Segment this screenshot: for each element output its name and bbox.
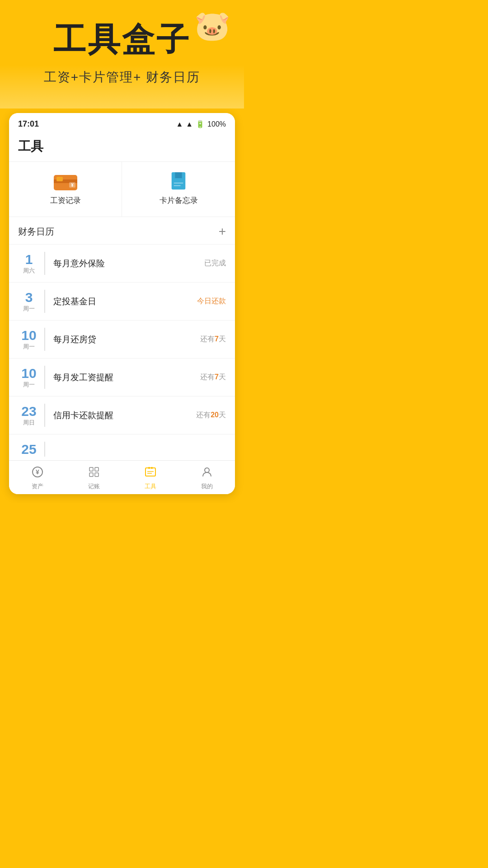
item-name-4: 信用卡还款提醒 bbox=[53, 410, 196, 421]
item-name-0: 每月意外保险 bbox=[53, 258, 204, 269]
date-block-1: 3 周一 bbox=[18, 290, 45, 313]
nav-label-mine: 我的 bbox=[201, 482, 213, 491]
tool-grid: ¥ 工资记录 卡片备忘录 bbox=[9, 162, 235, 217]
status-icons: ▲ ▲ 🔋 100% bbox=[176, 120, 226, 128]
svg-text:¥: ¥ bbox=[71, 183, 74, 188]
nav-item-bookkeeping[interactable]: 记账 bbox=[78, 466, 110, 491]
calendar-item-5-partial: 25 bbox=[9, 434, 235, 460]
svg-rect-13 bbox=[95, 467, 99, 471]
battery-percent: 100% bbox=[207, 120, 226, 128]
nav-icon-assets: ¥ bbox=[32, 466, 43, 481]
calendar-header: 财务日历 + bbox=[9, 217, 235, 244]
svg-rect-14 bbox=[89, 473, 93, 476]
card-memo-icon bbox=[167, 173, 190, 191]
svg-rect-17 bbox=[148, 467, 150, 469]
calendar-item-4[interactable]: 23 周日 信用卡还款提醒 还有20天 bbox=[9, 396, 235, 434]
item-status-4: 还有20天 bbox=[196, 410, 226, 420]
item-status-0: 已完成 bbox=[204, 259, 226, 268]
date-day-3: 周一 bbox=[18, 381, 40, 389]
nav-icon-bookkeeping bbox=[88, 466, 100, 481]
date-num-4: 23 bbox=[18, 404, 40, 419]
date-num-2: 10 bbox=[18, 328, 40, 343]
date-day-0: 周六 bbox=[18, 267, 40, 275]
date-block-4: 23 周日 bbox=[18, 404, 45, 427]
wifi-icon: ▲ bbox=[176, 120, 183, 128]
nav-icon-mine bbox=[201, 466, 213, 481]
item-status-2: 还有7天 bbox=[200, 335, 226, 344]
card-memo-label: 卡片备忘录 bbox=[160, 195, 198, 206]
date-block-0: 1 周六 bbox=[18, 252, 45, 275]
nav-label-tools: 工具 bbox=[145, 482, 156, 491]
item-name-2: 每月还房贷 bbox=[53, 334, 200, 345]
status-bar: 17:01 ▲ ▲ 🔋 100% bbox=[9, 113, 235, 133]
nav-item-mine[interactable]: 我的 bbox=[191, 466, 223, 491]
bottom-nav: ¥ 资产 记账 bbox=[9, 460, 235, 494]
nav-item-assets[interactable]: ¥ 资产 bbox=[22, 466, 53, 491]
nav-label-bookkeeping: 记账 bbox=[88, 482, 100, 491]
battery-icon: 🔋 bbox=[196, 120, 205, 128]
date-num-0: 1 bbox=[18, 252, 40, 267]
calendar-title: 财务日历 bbox=[18, 226, 54, 238]
svg-point-21 bbox=[205, 468, 209, 472]
svg-rect-9 bbox=[174, 185, 181, 186]
svg-rect-6 bbox=[175, 172, 182, 178]
date-num-3: 10 bbox=[18, 366, 40, 381]
status-time: 17:01 bbox=[18, 119, 39, 129]
nav-icon-tools bbox=[145, 466, 156, 481]
date-day-2: 周一 bbox=[18, 343, 40, 351]
svg-text:¥: ¥ bbox=[36, 468, 39, 476]
date-num-1: 3 bbox=[18, 290, 40, 305]
item-status-3: 还有7天 bbox=[200, 373, 226, 382]
svg-rect-12 bbox=[89, 467, 93, 471]
svg-rect-16 bbox=[145, 468, 155, 476]
date-block-2: 10 周一 bbox=[18, 328, 45, 351]
subtitle: 工资+卡片管理+ 财务日历 bbox=[9, 69, 235, 86]
app-title: 工具 bbox=[18, 139, 43, 153]
date-day-4: 周日 bbox=[18, 419, 40, 427]
calendar-section: 财务日历 + 1 周六 每月意外保险 已完成 3 周一 定投基金日 今日还款 1… bbox=[9, 217, 235, 460]
date-block-5: 25 bbox=[18, 442, 45, 457]
date-day-1: 周一 bbox=[18, 305, 40, 313]
tool-item-card[interactable]: 卡片备忘录 bbox=[122, 162, 235, 217]
item-name-1: 定投基金日 bbox=[53, 296, 197, 307]
calendar-item-0[interactable]: 1 周六 每月意外保险 已完成 bbox=[9, 244, 235, 282]
nav-item-tools[interactable]: 工具 bbox=[135, 466, 166, 491]
calendar-item-2[interactable]: 10 周一 每月还房贷 还有7天 bbox=[9, 320, 235, 358]
svg-rect-8 bbox=[174, 183, 183, 184]
item-name-3: 每月发工资提醒 bbox=[53, 372, 200, 383]
app-header: 工具 bbox=[9, 133, 235, 162]
svg-rect-2 bbox=[56, 177, 63, 181]
salary-label: 工资记录 bbox=[50, 195, 81, 206]
salary-icon: ¥ bbox=[54, 173, 77, 191]
page-header: 🐷 工具盒子 工资+卡片管理+ 财务日历 bbox=[0, 0, 244, 108]
calendar-item-1[interactable]: 3 周一 定投基金日 今日还款 bbox=[9, 282, 235, 320]
piggy-icon: 🐷 bbox=[194, 9, 230, 43]
svg-rect-15 bbox=[95, 473, 99, 476]
signal-icon: ▲ bbox=[186, 120, 193, 128]
add-event-button[interactable]: + bbox=[219, 225, 226, 238]
date-block-3: 10 周一 bbox=[18, 366, 45, 389]
tool-item-salary[interactable]: ¥ 工资记录 bbox=[9, 162, 122, 217]
calendar-item-3[interactable]: 10 周一 每月发工资提醒 还有7天 bbox=[9, 358, 235, 396]
svg-rect-18 bbox=[151, 467, 153, 469]
date-num-5: 25 bbox=[18, 442, 40, 457]
nav-label-assets: 资产 bbox=[32, 482, 43, 491]
phone-mockup-card: 17:01 ▲ ▲ 🔋 100% 工具 bbox=[9, 113, 235, 494]
item-status-1: 今日还款 bbox=[197, 297, 226, 306]
